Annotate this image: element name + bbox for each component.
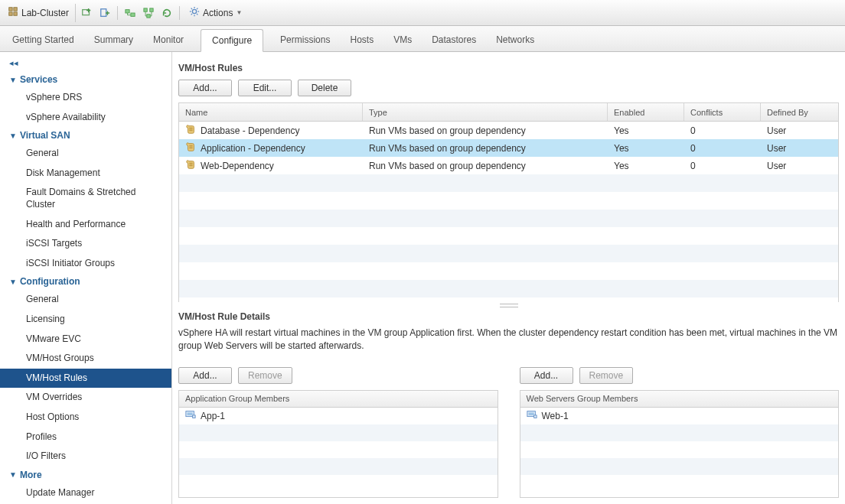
left-add-member-button[interactable]: Add... (178, 367, 232, 384)
cluster-chip[interactable]: Lab-Cluster (5, 4, 76, 22)
table-row (179, 174, 838, 192)
sidebar-item-vm-overrides[interactable]: VM Overrides (0, 388, 171, 408)
tab-getting-started[interactable]: Getting Started (9, 28, 77, 51)
sidebar-section-configuration[interactable]: ▼Configuration (0, 273, 171, 290)
svg-line-18 (191, 14, 192, 15)
sidebar-section-label: Virtual SAN (20, 130, 70, 141)
toolbar-new-host-icon[interactable] (97, 5, 113, 21)
sidebar-item-vsphere-drs[interactable]: vSphere DRS (0, 88, 171, 108)
svg-rect-8 (144, 8, 147, 11)
sidebar-item-profiles[interactable]: Profiles (0, 428, 171, 447)
rule-conflicts: 0 (684, 161, 761, 171)
tab-vms[interactable]: VMs (390, 28, 415, 51)
sidebar-section-label: More (20, 470, 42, 480)
left-members-body: App-1 (179, 408, 498, 497)
tab-strip: Getting StartedSummaryMonitorConfigurePe… (0, 26, 845, 52)
table-row[interactable]: Web-DependencyRun VMs based on group dep… (179, 157, 838, 174)
sidebar-item-iscsi-initiator-groups[interactable]: iSCSI Initiator Groups (0, 254, 171, 274)
gear-icon (189, 6, 200, 19)
left-members-table: Application Group Members App-1 (178, 390, 498, 498)
rules-column-conflicts[interactable]: Conflicts (684, 103, 761, 121)
rules-column-enabled[interactable]: Enabled (608, 103, 684, 121)
tab-hosts[interactable]: Hosts (347, 28, 377, 51)
actions-menu-button[interactable]: Actions ▼ (184, 5, 246, 21)
sidebar-section-label: Services (20, 74, 57, 85)
svg-rect-31 (193, 415, 196, 418)
rule-enabled: Yes (608, 125, 684, 136)
rule-enabled: Yes (608, 161, 684, 171)
sidebar-section-more[interactable]: ▼More (0, 467, 171, 483)
toolbar-cluster1-icon[interactable] (122, 5, 138, 21)
sidebar-item-fault-domains-stretched-cluster[interactable]: Fault Domains & Stretched Cluster (0, 183, 171, 214)
sidebar-item-general[interactable]: General (0, 290, 171, 310)
rules-column-defined-by[interactable]: Defined By (761, 103, 838, 121)
left-members-buttons: Add... Remove (178, 367, 498, 390)
main-layout: ◂◂ ▼ServicesvSphere DRSvSphere Availabil… (0, 52, 845, 504)
rules-button-row: Add... Edit... Delete (178, 80, 839, 102)
sidebar-section-virtual-san[interactable]: ▼Virtual SAN (0, 127, 171, 144)
add-rule-button[interactable]: Add... (178, 80, 232, 96)
rules-table-body: Database - DependencyRun VMs based on gr… (179, 122, 838, 302)
tab-networks[interactable]: Networks (493, 28, 537, 51)
chevron-down-icon: ▼ (9, 470, 17, 479)
right-remove-member-button[interactable]: Remove (579, 367, 634, 384)
vm-icon (527, 409, 537, 422)
rule-icon (185, 159, 196, 172)
tab-summary[interactable]: Summary (91, 28, 136, 51)
sidebar-item-general[interactable]: General (0, 144, 171, 164)
svg-rect-9 (150, 8, 153, 11)
member-name: App-1 (201, 411, 225, 421)
tab-monitor[interactable]: Monitor (150, 28, 187, 51)
table-row (179, 280, 838, 298)
table-row[interactable]: Database - DependencyRun VMs based on gr… (179, 122, 838, 139)
sidebar-item-vm-host-groups[interactable]: VM/Host Groups (0, 349, 171, 369)
tab-permissions[interactable]: Permissions (277, 28, 333, 51)
toolbar-new-vm-icon[interactable] (79, 5, 94, 21)
toolbar-refresh-icon[interactable] (159, 5, 175, 21)
rule-name: Database - Dependency (201, 125, 299, 136)
svg-rect-2 (9, 12, 12, 15)
sidebar-item-vsphere-availability[interactable]: vSphere Availability (0, 108, 171, 128)
tab-datastores[interactable]: Datastores (429, 28, 479, 51)
svg-rect-34 (533, 415, 537, 418)
delete-rule-button[interactable]: Delete (298, 80, 351, 96)
toolbar-cluster2-icon[interactable] (141, 5, 156, 21)
sidebar-item-update-manager[interactable]: Update Manager (0, 483, 171, 503)
right-add-member-button[interactable]: Add... (520, 367, 573, 384)
svg-rect-10 (147, 14, 150, 17)
list-item[interactable]: App-1 (179, 408, 498, 424)
rule-type: Run VMs based on group dependency (363, 143, 608, 154)
table-row (179, 210, 838, 227)
svg-rect-33 (528, 413, 533, 416)
list-item[interactable]: Web-1 (520, 408, 839, 424)
splitter-handle[interactable] (178, 302, 839, 308)
sidebar-item-vmware-evc[interactable]: VMware EVC (0, 330, 171, 350)
sidebar-section-label: Configuration (20, 276, 80, 287)
list-item (179, 441, 498, 458)
sidebar-item-host-options[interactable]: Host Options (0, 408, 171, 428)
sidebar-item-disk-management[interactable]: Disk Management (0, 164, 171, 184)
list-item (179, 458, 498, 475)
table-row (179, 262, 838, 280)
rules-section-title: VM/Host Rules (178, 63, 839, 80)
sidebar-item-health-and-performance[interactable]: Health and Performance (0, 215, 171, 235)
rule-conflicts: 0 (684, 143, 761, 154)
chevron-down-icon: ▼ (236, 9, 242, 16)
table-row[interactable]: Application - DependencyRun VMs based on… (179, 139, 838, 157)
svg-point-11 (192, 9, 196, 13)
rules-column-name[interactable]: Name (179, 103, 363, 121)
sidebar-item-licensing[interactable]: Licensing (0, 310, 171, 330)
edit-rule-button[interactable]: Edit... (238, 80, 292, 96)
left-remove-member-button[interactable]: Remove (238, 367, 292, 384)
rule-defined-by: User (761, 125, 838, 136)
members-row: Add... Remove Application Group Members … (178, 367, 839, 498)
sidebar-item-i-o-filters[interactable]: I/O Filters (0, 447, 171, 467)
rules-column-type[interactable]: Type (363, 103, 608, 121)
sidebar-item-vm-host-rules[interactable]: VM/Host Rules (0, 369, 171, 389)
sidebar-item-iscsi-targets[interactable]: iSCSI Targets (0, 234, 171, 254)
rule-name: Web-Dependency (201, 161, 274, 171)
tab-configure[interactable]: Configure (201, 29, 263, 52)
collapse-sidebar-icon[interactable]: ◂◂ (0, 58, 171, 71)
sidebar-section-services[interactable]: ▼Services (0, 71, 171, 88)
rules-table: NameTypeEnabledConflictsDefined By Datab… (178, 102, 839, 302)
